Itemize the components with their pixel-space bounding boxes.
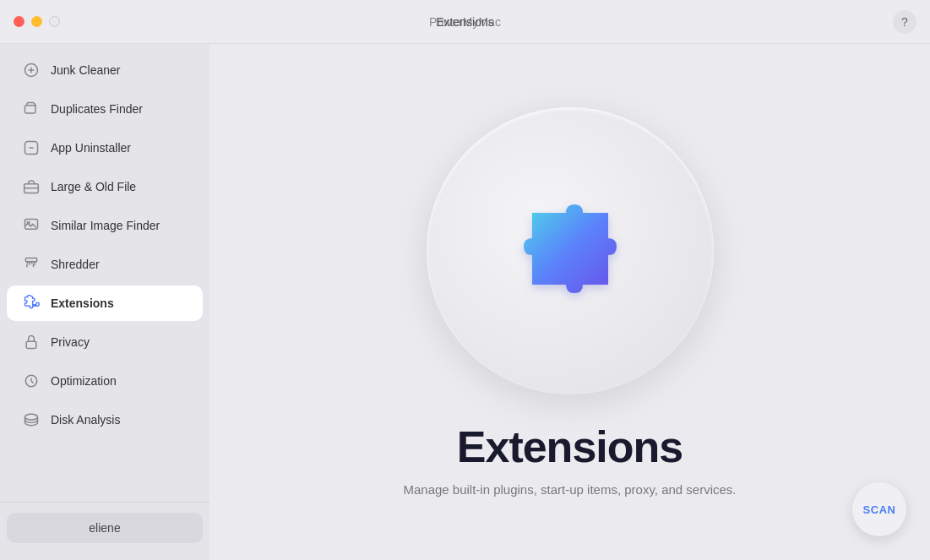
titlebar: PowerMyMac Extensions ? — [0, 0, 930, 44]
sidebar-label-similar-image-finder: Similar Image Finder — [51, 219, 160, 232]
sidebar-label-large-old-file: Large & Old File — [51, 180, 136, 193]
puzzle-icon — [22, 294, 41, 313]
content-title: Extensions — [457, 421, 683, 472]
scan-button[interactable]: SCAN — [852, 482, 906, 536]
sidebar-label-disk-analysis: Disk Analysis — [51, 413, 120, 427]
image-search-icon — [22, 216, 41, 235]
maximize-button[interactable] — [49, 16, 60, 27]
sidebar-item-extensions[interactable]: Extensions — [7, 285, 203, 321]
sidebar: Junk Cleaner Duplicates Finder App Unins… — [0, 44, 209, 560]
svg-rect-1 — [25, 106, 36, 113]
sidebar-item-shredder[interactable]: Shredder — [7, 247, 203, 282]
user-button[interactable]: eliene — [7, 513, 203, 543]
hero-circle — [427, 107, 714, 394]
main-layout: Junk Cleaner Duplicates Finder App Unins… — [0, 44, 930, 560]
sidebar-item-disk-analysis[interactable]: Disk Analysis — [7, 402, 203, 438]
sidebar-item-large-old-file[interactable]: Large & Old File — [7, 169, 203, 204]
sidebar-item-duplicates-finder[interactable]: Duplicates Finder — [7, 91, 203, 127]
content-subtitle: Manage built-in plugins, start-up items,… — [403, 482, 736, 497]
traffic-lights — [14, 16, 60, 27]
broom-icon — [22, 61, 41, 79]
sidebar-label-duplicates-finder: Duplicates Finder — [51, 102, 143, 116]
optimization-icon — [22, 372, 41, 390]
svg-point-9 — [25, 414, 38, 420]
sidebar-label-junk-cleaner: Junk Cleaner — [51, 63, 121, 77]
disk-icon — [22, 410, 41, 429]
sidebar-item-app-uninstaller[interactable]: App Uninstaller — [7, 130, 203, 166]
shredder-icon — [22, 255, 41, 274]
sidebar-item-similar-image-finder[interactable]: Similar Image Finder — [7, 208, 203, 243]
svg-rect-8 — [26, 341, 36, 348]
sidebar-footer: eliene — [0, 502, 209, 553]
sidebar-label-privacy: Privacy — [51, 335, 90, 349]
minimize-button[interactable] — [31, 16, 42, 27]
svg-point-6 — [27, 221, 30, 224]
sidebar-item-junk-cleaner[interactable]: Junk Cleaner — [7, 52, 203, 88]
lock-icon — [22, 333, 41, 351]
folder-duplicate-icon — [22, 100, 41, 118]
sidebar-label-app-uninstaller: App Uninstaller — [51, 141, 131, 155]
page-title: Extensions — [436, 15, 493, 29]
close-button[interactable] — [14, 16, 24, 27]
extensions-puzzle-icon — [486, 166, 655, 335]
sidebar-item-optimization[interactable]: Optimization — [7, 363, 203, 399]
content-area: Extensions Manage built-in plugins, star… — [209, 44, 930, 560]
app-remove-icon — [22, 139, 41, 157]
sidebar-item-privacy[interactable]: Privacy — [7, 324, 203, 360]
help-button[interactable]: ? — [893, 10, 916, 34]
sidebar-label-extensions: Extensions — [51, 296, 114, 310]
briefcase-icon — [22, 177, 41, 196]
sidebar-label-optimization: Optimization — [51, 374, 117, 388]
sidebar-label-shredder: Shredder — [51, 258, 100, 271]
